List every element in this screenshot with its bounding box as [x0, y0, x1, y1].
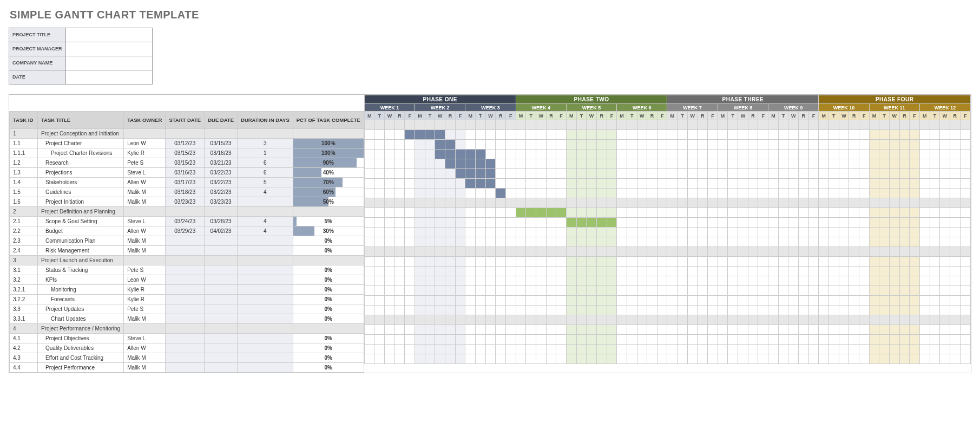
- timeline-cell: [596, 198, 607, 208]
- timeline-cell: [869, 189, 879, 198]
- timeline-cell: [435, 179, 445, 189]
- task-row[interactable]: 3.1Status & TrackingPete S0%: [10, 265, 364, 275]
- timeline-cell: [667, 179, 678, 189]
- timeline-cell: [708, 208, 718, 218]
- day-header: W: [889, 112, 899, 120]
- timeline-cell: [788, 247, 799, 257]
- timeline-cell: [869, 315, 879, 325]
- timeline-row: [364, 159, 970, 169]
- timeline-cell: [708, 286, 718, 296]
- timeline-cell: [708, 140, 718, 150]
- task-start: [166, 206, 205, 216]
- timeline-cell: [647, 286, 657, 296]
- timeline-cell: [667, 150, 678, 159]
- timeline-cell: [607, 208, 617, 218]
- timeline-cell: [960, 237, 970, 247]
- task-id: 4.1: [10, 333, 38, 343]
- task-due: 03/23/23: [205, 197, 238, 206]
- timeline-cell: [496, 296, 506, 306]
- timeline-cell: [587, 150, 597, 159]
- timeline-cell: [748, 257, 758, 267]
- timeline-cell: [526, 315, 536, 325]
- timeline-cell: [465, 286, 476, 296]
- task-row[interactable]: 3.3.1Chart UpdatesMalik M0%: [10, 314, 364, 323]
- task-row[interactable]: 3.2.1MonitoringKylie R0%: [10, 284, 364, 294]
- timeline-cell: [576, 257, 587, 267]
- timeline-cell: [546, 150, 556, 159]
- timeline-cell: [385, 179, 395, 189]
- timeline-cell: [839, 218, 849, 228]
- task-row[interactable]: 2Project Definition and Planning: [10, 206, 364, 216]
- meta-value-project-title[interactable]: [65, 28, 152, 42]
- meta-value-company-name[interactable]: [65, 56, 152, 70]
- timeline-cell: [849, 130, 859, 140]
- timeline-cell: [607, 237, 617, 247]
- timeline-cell: [647, 276, 657, 286]
- task-row[interactable]: 1.5GuidelinesMalik M03/18/2303/22/23460%: [10, 187, 364, 197]
- timeline-cell: [364, 120, 374, 130]
- timeline-cell: [758, 150, 768, 159]
- timeline-cell: [556, 179, 567, 189]
- timeline-cell: [839, 179, 849, 189]
- task-start: 03/15/23: [166, 148, 205, 158]
- timeline-cell: [394, 247, 405, 257]
- timeline-cell: [919, 218, 930, 228]
- task-row[interactable]: 2.1Scope & Goal SettingSteve L03/24/2303…: [10, 216, 364, 226]
- timeline-cell: [415, 208, 425, 218]
- timeline-cell: [879, 208, 890, 218]
- task-row[interactable]: 4.2Quality DeliverablesAllen W0%: [10, 343, 364, 353]
- task-row[interactable]: 1.1Project CharterLeon W03/12/2303/15/23…: [10, 138, 364, 148]
- task-row[interactable]: 1Project Conception and Initiation: [10, 128, 364, 138]
- timeline-cell: [405, 159, 415, 169]
- task-row[interactable]: 1.2ResearchPete S03/15/2303/21/23690%: [10, 158, 364, 167]
- timeline-cell: [526, 345, 536, 354]
- task-row[interactable]: 2.4Risk ManagementMalik M0%: [10, 245, 364, 255]
- timeline-cell: [485, 228, 496, 237]
- timeline-cell: [879, 296, 890, 306]
- task-row[interactable]: 4Project Performance / Monitoring: [10, 323, 364, 333]
- meta-value-date[interactable]: [65, 70, 152, 85]
- timeline-cell: [536, 208, 546, 218]
- timeline-cell: [657, 198, 667, 208]
- timeline-cell: [476, 276, 486, 286]
- timeline-cell: [869, 140, 879, 150]
- task-row[interactable]: 1.6Project InitiationMalik M03/23/2303/2…: [10, 197, 364, 206]
- day-header: T: [879, 112, 890, 120]
- task-row[interactable]: 4.4Project PerformanceMalik M0%: [10, 362, 364, 372]
- task-row[interactable]: 1.1.1Project Charter RevisionsKylie R03/…: [10, 148, 364, 158]
- task-id: 1.4: [10, 177, 38, 187]
- timeline-cell: [748, 345, 758, 354]
- timeline-cell: [394, 335, 405, 345]
- task-row[interactable]: 1.4StakeholdersAllen W03/17/2303/22/2357…: [10, 177, 364, 187]
- timeline-cell: [394, 354, 405, 364]
- task-row[interactable]: 3.2.2ForecastsKylie R0%: [10, 294, 364, 304]
- timeline-cell: [758, 130, 768, 140]
- timeline-cell: [445, 159, 456, 169]
- timeline-cell: [748, 335, 758, 345]
- task-start: [166, 294, 205, 304]
- task-owner: Steve L: [124, 333, 166, 343]
- timeline-cell: [687, 208, 698, 218]
- task-id: 3.2.1: [10, 284, 38, 294]
- timeline-cell: [516, 257, 526, 267]
- task-row[interactable]: 3Project Launch and Execution: [10, 255, 364, 265]
- timeline-cell: [536, 130, 546, 140]
- task-row[interactable]: 3.3Project UpdatesPete S0%: [10, 304, 364, 314]
- task-row[interactable]: 2.3Communication PlanMalik M0%: [10, 236, 364, 245]
- timeline-cell: [899, 237, 910, 247]
- task-row[interactable]: 3.2KPIsLeon W0%: [10, 275, 364, 284]
- timeline-cell: [930, 208, 940, 218]
- meta-value-project-manager[interactable]: [65, 42, 152, 56]
- timeline-cell: [485, 306, 496, 315]
- timeline-cell: [940, 218, 950, 228]
- timeline-cell: [869, 208, 879, 218]
- timeline-cell: [476, 345, 486, 354]
- task-row[interactable]: 4.3Effort and Cost TrackingMalik M0%: [10, 353, 364, 362]
- task-row[interactable]: 4.1Project ObjectivesSteve L0%: [10, 333, 364, 343]
- task-row[interactable]: 2.2BudgetAllen W03/29/2304/02/23430%: [10, 226, 364, 236]
- timeline-cell: [960, 315, 970, 325]
- timeline-cell: [919, 159, 930, 169]
- task-row[interactable]: 1.3ProjectionsSteve L03/16/2303/22/23640…: [10, 167, 364, 177]
- timeline-cell: [899, 354, 910, 364]
- timeline-cell: [455, 198, 465, 208]
